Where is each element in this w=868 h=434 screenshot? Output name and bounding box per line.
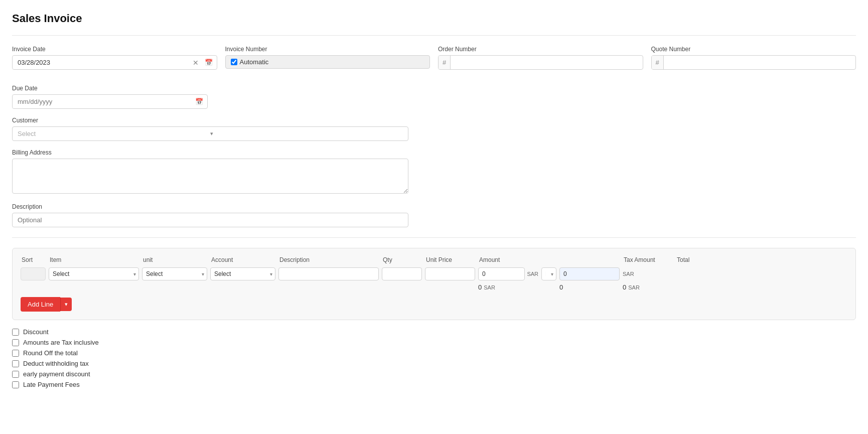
quote-number-label: Quote Number [651,46,856,53]
order-number-field: Order Number # [438,46,643,70]
line-items-table: Sort Item unit Account Description Qty U… [12,248,856,320]
unit-price-cell [425,267,475,280]
due-date-section: Due Date 📅 [12,85,208,109]
tax-select[interactable]: No Tax [541,267,556,280]
subtotal-amount: 0 [478,283,482,291]
add-line-button[interactable]: Add Line [21,297,60,312]
checkbox-item-withholding_tax: Deduct withholding tax [12,360,856,367]
billing-address-section: Billing Address [12,149,408,195]
col-qty: Qty [383,256,423,263]
customer-placeholder: Select [18,130,210,137]
col-amount: Amount [479,256,557,263]
billing-address-label: Billing Address [12,149,408,156]
col-item: Item [50,256,140,263]
due-date-input-wrap: 📅 [12,94,208,109]
tax-cell: No Tax [541,267,556,280]
item-select[interactable]: Select [49,267,139,280]
qty-input[interactable] [382,267,422,280]
invoice-date-input[interactable] [13,56,189,69]
sort-cell [21,267,46,280]
subtotal-total: 0 [623,283,626,291]
invoice-number-wrap: Automatic [225,55,430,69]
unit-select[interactable]: Select [142,267,207,280]
invoice-number-auto-label: Automatic [240,58,269,66]
quote-number-hash: # [652,56,664,69]
checkbox-label-discount: Discount [23,328,49,336]
customer-label: Customer [12,117,408,124]
due-date-calendar-icon[interactable]: 📅 [191,95,207,108]
invoice-date-clear-button[interactable]: ✕ [191,59,201,67]
quote-number-input-wrap: # [651,55,856,70]
subtotal-total-currency: SAR [628,284,640,291]
checkbox-item-late_payment: Late Payment Fees [12,381,856,388]
subtotal-tax-amount: 0 [559,283,563,291]
top-form-row: Invoice Date ✕ 📅 Invoice Number Automati… [12,46,856,77]
col-unit: unit [143,256,208,263]
due-date-input[interactable] [13,95,191,108]
add-line-dropdown-button[interactable]: ▾ [60,298,72,311]
quote-number-field: Quote Number # [651,46,856,70]
checkbox-item-early_payment: early payment discount [12,370,856,378]
unit-price-input[interactable] [425,267,475,280]
checkbox-item-discount: Discount [12,328,856,336]
description-section: Description [12,203,408,227]
order-number-input-wrap: # [438,55,643,70]
checkbox-item-round_off: Round Off the total [12,349,856,357]
description-input[interactable] [12,213,408,227]
checkbox-label-tax_inclusive: Amounts are Tax inclusive [23,339,99,346]
subtotal-total-cell: 0 SAR [623,283,673,291]
checkbox-discount[interactable] [12,329,19,336]
description-cell [278,267,379,280]
quote-number-input[interactable] [664,56,855,69]
checkbox-late_payment[interactable] [12,381,19,388]
checkbox-round_off[interactable] [12,350,19,357]
tax-amount-input[interactable] [559,267,620,280]
col-description: Description [279,256,380,263]
checkbox-label-round_off: Round Off the total [23,349,78,357]
add-line-wrap: Add Line ▾ [21,297,847,312]
col-sort: Sort [22,256,47,263]
account-select[interactable]: Select [210,267,275,280]
checkbox-label-withholding_tax: Deduct withholding tax [23,360,89,367]
col-unit-price: Unit Price [426,256,476,263]
checkbox-item-tax_inclusive: Amounts are Tax inclusive [12,339,856,346]
page-title: Sales Invoice [12,12,856,25]
checkbox-tax_inclusive[interactable] [12,339,19,346]
subtotal-currency: SAR [484,284,495,291]
description-label: Description [12,203,408,210]
invoice-date-calendar-icon[interactable]: 📅 [201,56,217,69]
invoice-date-field: Invoice Date ✕ 📅 [12,46,217,70]
col-account: Account [211,256,276,263]
checkbox-label-early_payment: early payment discount [23,370,90,378]
customer-section: Customer Select ▾ [12,117,408,141]
title-divider [12,35,856,36]
invoice-number-auto-wrap: Automatic [225,55,430,69]
order-number-input[interactable] [451,56,642,69]
due-date-label: Due Date [12,85,208,92]
options-checkboxes: DiscountAmounts are Tax inclusiveRound O… [12,328,856,388]
amount-input[interactable] [478,267,525,280]
customer-select[interactable]: Select ▾ [12,126,408,141]
col-tax-amount: Tax Amount [624,256,674,263]
customer-dropdown-icon: ▾ [210,130,403,137]
order-number-hash: # [439,56,451,69]
line-description-input[interactable] [278,267,379,280]
qty-cell [382,267,422,280]
invoice-number-label: Invoice Number [225,46,430,53]
order-number-label: Order Number [438,46,643,53]
col-total: Total [677,256,712,263]
subtotal-amount-cell: 0 SAR [478,283,538,291]
checkbox-early_payment[interactable] [12,371,19,378]
invoice-number-auto-checkbox[interactable] [231,59,237,65]
checkbox-withholding_tax[interactable] [12,360,19,367]
table-header-row: Sort Item unit Account Description Qty U… [21,256,847,263]
checkbox-label-late_payment: Late Payment Fees [23,381,80,388]
billing-address-textarea[interactable] [12,159,408,194]
unit-cell: Select [142,267,207,280]
account-cell: Select [210,267,275,280]
subtotal-row: 0 SAR 0 0 SAR [21,283,847,291]
sort-input[interactable] [21,267,46,280]
invoice-date-input-wrap: ✕ 📅 [12,55,217,70]
item-cell: Select [49,267,139,280]
subtotal-tax-amount-cell: 0 [559,283,620,291]
